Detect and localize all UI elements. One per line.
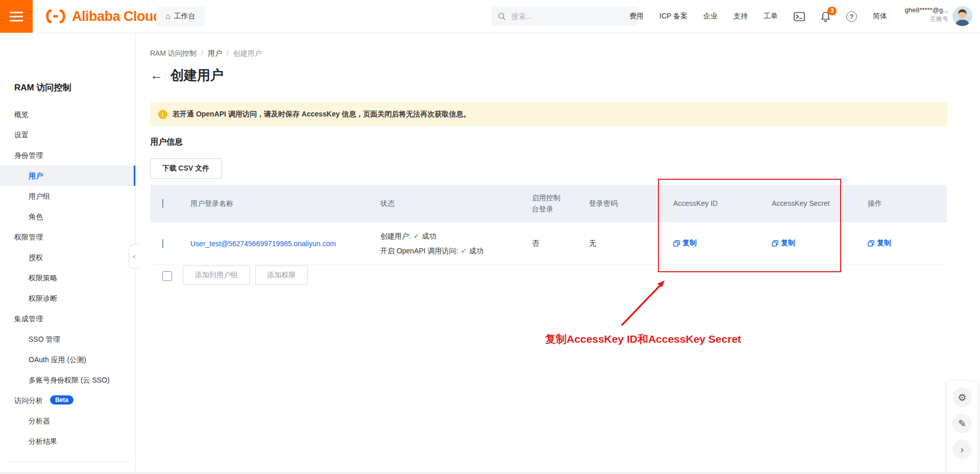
workbench-button[interactable]: ⌂ 工作台	[156, 7, 205, 26]
warning-text: 若开通 OpenAPI 调用访问，请及时保存 AccessKey 信息，页面关闭…	[173, 110, 470, 119]
col-header-accesskey-id: AccessKey ID	[664, 198, 766, 209]
home-icon: ⌂	[165, 12, 170, 21]
page-title: 创建用户	[170, 66, 224, 84]
floating-tools-panel: ⚙ ✎ ›	[946, 381, 978, 474]
sidebar-collapse-handle[interactable]: ‹	[129, 244, 139, 269]
copy-icon	[772, 240, 778, 247]
copy-icon	[868, 240, 874, 247]
sidebar-item-analyzer[interactable]: 分析器	[0, 411, 135, 431]
nav-item-icp[interactable]: ICP 备案	[659, 12, 688, 21]
breadcrumb-users[interactable]: 用户	[208, 49, 222, 58]
console-login-value: 否	[528, 239, 587, 248]
username-link[interactable]: User_test@5627456699719985.onaliyun.com	[190, 240, 336, 248]
users-table: 用户登录名称 状态 启用控制台登录 登录密码 AccessKey ID Acce…	[150, 185, 947, 265]
col-header-password: 登录密码	[587, 198, 664, 209]
chevron-right-icon: ›	[961, 444, 964, 455]
nav-item-support[interactable]: 支持	[733, 12, 748, 21]
account-name: ghe8*****@g...	[905, 6, 948, 15]
help-button[interactable]: ?	[846, 11, 857, 22]
copy-icon	[673, 240, 680, 247]
nav-item-ticket[interactable]: 工单	[764, 12, 778, 21]
gear-icon: ⚙	[958, 392, 966, 404]
settings-tool-button[interactable]: ⚙	[952, 388, 972, 407]
global-search[interactable]	[492, 7, 638, 26]
sidebar-item-sso-management[interactable]: SSO 管理	[0, 329, 135, 349]
avatar-image	[952, 6, 972, 26]
header-divider	[148, 0, 149, 33]
add-to-group-button[interactable]: 添加到用户组	[183, 266, 250, 285]
cloud-shell-button[interactable]	[794, 12, 805, 21]
page-title-row: ← 创建用户	[150, 66, 224, 84]
add-permission-button[interactable]: 添加权限	[255, 266, 308, 285]
sidebar-item-user-groups[interactable]: 用户组	[0, 186, 135, 206]
annotation-text: 复制AccessKey ID和AccessKey Secret	[545, 332, 741, 346]
col-header-accesskey-secret: AccessKey Secret	[766, 198, 863, 209]
status-openapi: 开启 OpenAPI 调用访问:✓成功	[380, 244, 528, 258]
search-icon	[498, 12, 506, 20]
feedback-tool-button[interactable]: ✎	[952, 414, 972, 433]
sidebar-item-access-analysis[interactable]: 访问分析 Beta	[0, 390, 135, 411]
check-icon: ✓	[413, 232, 420, 240]
language-switcher[interactable]: 简体	[873, 12, 887, 21]
account-divider	[890, 9, 890, 23]
sidebar-item-permission-management[interactable]: 权限管理	[0, 227, 135, 247]
chevron-left-icon: ‹	[133, 251, 136, 262]
alibaba-cloud-logo-icon	[44, 9, 67, 24]
table-row: User_test@5627456699719985.onaliyun.com …	[150, 222, 947, 265]
pencil-icon: ✎	[958, 418, 966, 430]
notifications-button[interactable]: 3	[821, 11, 830, 22]
sidebar-item-policies[interactable]: 权限策略	[0, 268, 135, 288]
select-all-checkbox[interactable]	[162, 199, 163, 208]
workbench-label: 工作台	[174, 12, 195, 21]
annotation-arrow	[612, 276, 674, 332]
nav-item-enterprise[interactable]: 企业	[703, 12, 718, 21]
user-info-section-title: 用户信息	[150, 137, 183, 148]
back-arrow-icon[interactable]: ←	[150, 69, 163, 82]
footer-select-checkbox[interactable]	[162, 271, 172, 281]
col-header-username: 用户登录名称	[183, 198, 370, 209]
sidebar-divider	[6, 462, 129, 462]
hamburger-menu-button[interactable]	[0, 0, 33, 33]
breadcrumb-ram[interactable]: RAM 访问控制	[150, 49, 197, 58]
sidebar-item-oauth-apps[interactable]: OAuth 应用 (公测)	[0, 349, 135, 370]
beta-badge: Beta	[50, 395, 74, 405]
col-header-status: 状态	[370, 198, 528, 209]
sidebar-item-roles[interactable]: 角色	[0, 206, 135, 227]
question-icon: ?	[846, 11, 857, 22]
sidebar-item-users[interactable]: 用户	[0, 165, 135, 186]
account-info[interactable]: ghe8*****@g... 主账号	[905, 6, 948, 23]
accesskey-warning-banner: ! 若开通 OpenAPI 调用访问，请及时保存 AccessKey 信息，页面…	[150, 102, 947, 127]
sidebar-item-settings[interactable]: 设置	[0, 125, 135, 145]
sidebar-item-identity-management[interactable]: 身份管理	[0, 145, 135, 165]
breadcrumb: RAM 访问控制 / 用户 / 创建用户	[150, 49, 262, 58]
avatar[interactable]	[952, 6, 972, 26]
alibaba-cloud-logo[interactable]: Alibaba Cloud	[44, 0, 161, 33]
terminal-icon	[794, 12, 805, 21]
sidebar-item-integration-management[interactable]: 集成管理	[0, 309, 135, 329]
copy-accesskey-id-button[interactable]: 复制	[673, 239, 697, 248]
sidebar: RAM 访问控制 概览 设置 身份管理 用户 用户组 角色 权限管理 授权 权限…	[0, 33, 136, 474]
table-header-row: 用户登录名称 状态 启用控制台登录 登录密码 AccessKey ID Acce…	[150, 185, 947, 222]
window-scrollbar[interactable]	[0, 472, 980, 474]
col-header-console-login: 启用控制台登录	[532, 192, 564, 215]
sidebar-item-analysis-results[interactable]: 分析结果	[0, 431, 135, 452]
sidebar-item-grants[interactable]: 授权	[0, 247, 135, 268]
sidebar-item-overview[interactable]: 概览	[0, 104, 135, 125]
copy-accesskey-secret-button[interactable]: 复制	[772, 239, 795, 248]
sidebar-item-permission-diagnosis[interactable]: 权限诊断	[0, 288, 135, 309]
sidebar-item-multi-account[interactable]: 多账号身份权限 (云 SSO)	[0, 370, 135, 390]
expand-tool-button[interactable]: ›	[952, 440, 972, 459]
search-input[interactable]	[510, 12, 620, 21]
row-checkbox[interactable]	[162, 239, 163, 248]
status-create-user: 创建用户:✓成功	[380, 229, 528, 244]
breadcrumb-separator: /	[201, 49, 203, 58]
sidebar-title: RAM 访问控制	[14, 82, 71, 93]
ram-console-page: Alibaba Cloud ⌂ 工作台 费用 ICP 备案 企业 支持 工单	[0, 0, 980, 474]
hamburger-icon	[10, 12, 23, 13]
copy-all-button[interactable]: 复制	[868, 239, 891, 248]
notification-count-badge: 3	[827, 7, 837, 15]
password-value: 无	[587, 239, 664, 248]
nav-item-billing[interactable]: 费用	[629, 12, 644, 21]
download-csv-button[interactable]: 下载 CSV 文件	[150, 158, 222, 179]
breadcrumb-current: 创建用户	[233, 49, 262, 58]
